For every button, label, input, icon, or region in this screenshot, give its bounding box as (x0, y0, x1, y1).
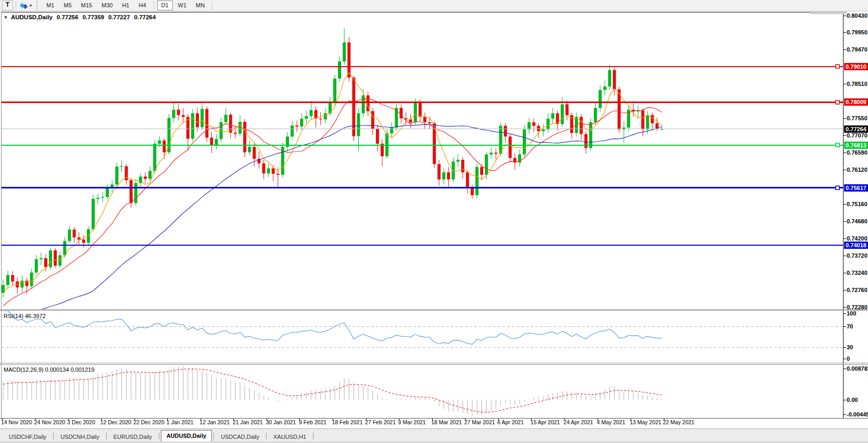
axis-tick (844, 347, 846, 348)
date-label: 27 Mar 2021 (464, 419, 495, 425)
price-axis-label: 0.76590 (847, 149, 867, 156)
price-axis-label: 0.77550 (847, 115, 867, 122)
chart-tab-bar: USDCHF,DailyUSDCNH,DailyEURUSD,DailyAUDU… (0, 428, 868, 442)
axis-tick (844, 369, 846, 369)
toolbar-separator (212, 2, 212, 9)
timeframe-button-mn[interactable]: MN (192, 1, 209, 10)
date-label: 27 Feb 2021 (365, 419, 396, 425)
axis-tick (844, 400, 846, 400)
date-label: 18 Mar 2021 (431, 419, 462, 425)
price-badge-current-price: 0.77264 (844, 125, 868, 133)
price-axis-label: 0.79470 (847, 46, 867, 53)
diamond-icon (23, 4, 28, 9)
date-label: 3 Dec 2020 (67, 419, 95, 425)
toolbar-grip (36, 2, 39, 9)
timeframe-button-m15[interactable]: M15 (77, 1, 96, 10)
timeframe-button-w1[interactable]: W1 (174, 1, 191, 10)
tab-eurusd-daily[interactable]: EURUSD,Daily (108, 432, 157, 441)
date-label: 9 Mar 2021 (398, 419, 426, 425)
indicators-icon[interactable]: ▾ (19, 1, 33, 10)
tab-separator (106, 433, 107, 439)
price-axis-label: 0.72760 (847, 287, 867, 294)
timeframe-button-m30[interactable]: M30 (97, 1, 117, 10)
date-label: 13 May 2021 (630, 419, 661, 425)
date-label: 14 Nov 2020 (1, 419, 32, 425)
date-label: 15 Apr 2021 (531, 419, 560, 425)
price-axis-label: 0.73240 (847, 270, 867, 276)
axis-tick (844, 307, 846, 308)
tab-xauusd-h1[interactable]: XAUUSD,H1 (268, 432, 311, 441)
axis-tick (844, 204, 846, 205)
price-axis-label: 0.75160 (847, 201, 867, 208)
ohlc-low: 0.77227 (108, 14, 130, 20)
price-badge-resistance: 0.79010 (844, 63, 868, 70)
axis-tick (844, 414, 846, 415)
date-label: 6 Apr 2021 (497, 419, 524, 425)
axis-tick (844, 359, 846, 359)
timeframe-button-h4[interactable]: H4 (134, 1, 150, 10)
price-axis-label: 0.74680 (847, 218, 867, 225)
axis-tick (844, 326, 846, 327)
text-tool-button[interactable]: T (2, 1, 13, 10)
timeframe-button-m5[interactable]: M5 (59, 1, 76, 10)
axis-tick (844, 290, 846, 290)
price-line-handle[interactable] (836, 65, 839, 68)
toolbar-separator (154, 2, 154, 9)
tab-separator (53, 433, 54, 439)
date-label: 18 Feb 2021 (332, 419, 363, 425)
symbol-dropdown-icon[interactable]: ▼ (4, 15, 8, 20)
date-label: 1 Jan 2021 (167, 419, 194, 425)
axis-tick (844, 32, 846, 33)
date-label: 4 May 2021 (597, 419, 625, 425)
chart-title: ▼ AUDUSD,Daily 0.77256 0.77359 0.77227 0… (4, 14, 156, 20)
price-axis-label: 0.77070 (847, 132, 867, 139)
tab-usdcnh-daily[interactable]: USDCNH,Daily (55, 432, 105, 441)
tab-usdcad-daily[interactable]: USDCAD,Daily (216, 432, 265, 441)
tab-separator (159, 433, 159, 439)
price-axis-label: 0.78510 (847, 81, 867, 87)
price-axis-label: 0 (847, 356, 850, 362)
date-label: 12 Dec 2020 (100, 419, 132, 425)
macd-label: MACD(12,26,9) 0.000134 0.001219 (4, 366, 94, 373)
ohlc-high: 0.77359 (82, 14, 104, 20)
price-badge-resistance: 0.78009 (844, 98, 868, 106)
tab-audusd-daily[interactable]: AUDUSD,Daily (161, 430, 212, 442)
price-axis-label: 100 (847, 310, 856, 317)
price-line-handle[interactable] (836, 100, 839, 104)
price-line-handle[interactable] (836, 186, 839, 189)
date-label: 30 Jan 2021 (266, 419, 296, 425)
axis-tick (844, 313, 846, 314)
chevron-down-icon: ▾ (30, 3, 32, 8)
timeframe-button-m1[interactable]: M1 (42, 1, 58, 10)
axis-tick (844, 256, 846, 256)
axis-tick (844, 221, 846, 222)
date-label: 21 Jan 2021 (233, 419, 263, 425)
date-label: 24 Nov 2020 (34, 419, 66, 425)
axis-tick (844, 153, 846, 153)
price-badge-support: 0.74018 (844, 242, 868, 249)
date-label: 9 Feb 2021 (299, 419, 326, 425)
tab-separator (313, 433, 313, 439)
axis-tick (844, 49, 846, 50)
price-axis-label: 0.80430 (847, 12, 867, 19)
price-line-handle[interactable] (836, 143, 839, 147)
ohlc-close: 0.77264 (134, 14, 156, 20)
toolbar-separator (16, 2, 16, 9)
price-axis-label: 0.00 (847, 397, 858, 403)
axis-tick (844, 84, 846, 84)
axis-tick (844, 118, 846, 119)
tab-separator (213, 433, 214, 439)
axis-tick (844, 135, 846, 136)
axis-tick (844, 16, 846, 16)
rsi-label: RSI(14) 46.3972 (4, 313, 46, 319)
timeframe-button-d1[interactable]: D1 (157, 1, 173, 10)
price-axis-label: 0.79950 (847, 29, 867, 36)
tab-separator (266, 433, 267, 439)
axis-tick (844, 170, 846, 170)
date-label: 24 Apr 2021 (563, 419, 593, 425)
timeframe-button-h1[interactable]: H1 (118, 1, 133, 10)
tab-usdchf-daily[interactable]: USDCHF,Daily (4, 432, 52, 441)
chart-canvas[interactable] (0, 0, 868, 443)
timeframe-button-group: M1M5M15M30H1H4D1W1MN (42, 1, 215, 10)
date-label: 22 May 2021 (663, 419, 695, 425)
